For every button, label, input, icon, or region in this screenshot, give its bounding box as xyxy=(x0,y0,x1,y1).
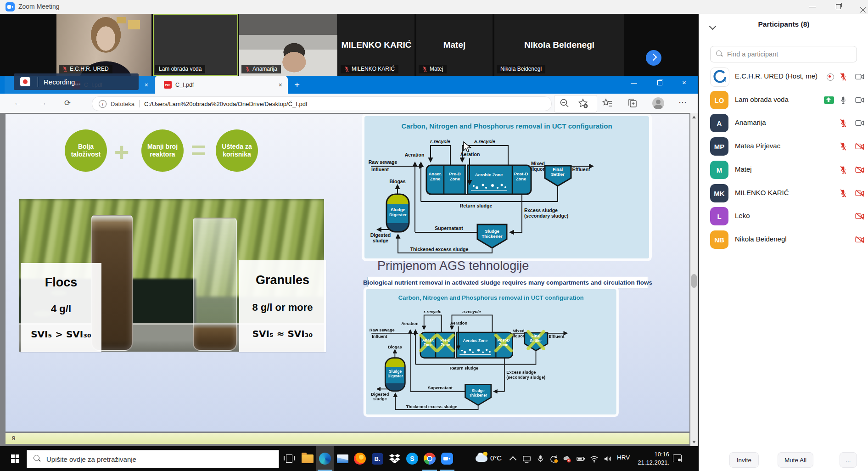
language-indicator[interactable]: HRV xyxy=(617,454,630,461)
participant-row[interactable]: MP Matea Pirjevac xyxy=(699,136,868,157)
video-tile-milenko[interactable]: MILENKO KARIĆ MILENKO KARIĆ xyxy=(338,14,414,76)
mic-tray-icon[interactable] xyxy=(536,454,545,463)
pdf-scrollbar[interactable] xyxy=(690,113,698,446)
avatar: MP xyxy=(710,137,728,156)
muted-mic-icon[interactable] xyxy=(839,189,848,197)
forward-button[interactable]: → xyxy=(39,98,47,107)
video-tile-anamarija[interactable]: Anamarija xyxy=(239,14,337,76)
camera-on-icon[interactable] xyxy=(855,73,864,81)
taskbar-mail[interactable] xyxy=(334,446,351,471)
scroll-down-arrow[interactable] xyxy=(692,441,696,443)
muted-mic-icon xyxy=(62,66,67,72)
battery-icon[interactable] xyxy=(577,454,585,463)
participant-row[interactable]: A Anamarija xyxy=(699,113,868,133)
camera-on-icon[interactable] xyxy=(855,119,864,127)
more-options-button[interactable]: ... xyxy=(840,452,857,468)
invite-button[interactable]: Invite xyxy=(729,452,759,468)
camera-off-icon[interactable] xyxy=(855,189,864,197)
camera-off-icon[interactable] xyxy=(855,212,864,220)
uct-label-digested-sludge: Digested sludge xyxy=(370,392,391,402)
participant-row[interactable]: MK MILENKO KARIĆ xyxy=(699,183,868,203)
taskbar-search[interactable] xyxy=(27,450,279,468)
tray-expand-icon[interactable] xyxy=(510,456,517,464)
action-center-icon[interactable] xyxy=(673,454,682,462)
profile-avatar[interactable] xyxy=(652,97,664,109)
video-tile-nikola[interactable]: Nikola Beidenegl Nikola Beidenegl xyxy=(494,14,624,76)
close-button[interactable] xyxy=(853,0,868,14)
uct-label-sludge-thickener: Sludge Thickener xyxy=(480,229,504,239)
address-url: C:/Users/Lam%20obrada%20voda/OneDrive/De… xyxy=(144,101,308,107)
taskbar-booking[interactable]: B. xyxy=(369,446,386,471)
task-view-button[interactable] xyxy=(281,446,299,471)
taskbar-search-input[interactable] xyxy=(45,450,268,468)
tab-close-icon[interactable]: × xyxy=(145,82,148,88)
uct-label-anaer-zone: Anaer. Zone xyxy=(425,172,446,181)
page-info-icon[interactable]: i xyxy=(99,100,106,108)
taskbar-zoom[interactable] xyxy=(438,446,456,471)
collections-icon[interactable] xyxy=(627,98,638,109)
flocs-label-box: Flocs 4 g/l SVI₅ > SVI₃₀ xyxy=(21,263,101,352)
cast-icon[interactable] xyxy=(522,454,531,463)
muted-mic-icon[interactable] xyxy=(839,166,848,174)
participant-row[interactable]: LO Lam obrada voda xyxy=(699,90,868,110)
video-tile-echr[interactable]: E.C.H.R. URED xyxy=(56,14,151,76)
refresh-button[interactable]: ⟳ xyxy=(64,98,71,108)
minimize-button[interactable] xyxy=(802,0,823,14)
taskbar-file-explorer[interactable] xyxy=(299,446,316,471)
zoom-titlebar: Zoom Meeting xyxy=(0,0,868,14)
scroll-up-arrow[interactable] xyxy=(692,116,696,118)
muted-mic-icon[interactable] xyxy=(839,73,848,81)
participant-row[interactable]: L Leko xyxy=(699,206,868,226)
scrollbar-thumb[interactable] xyxy=(691,274,697,288)
speaker-icon[interactable] xyxy=(603,454,612,463)
next-participants-button[interactable] xyxy=(646,50,661,66)
onedrive-error-icon[interactable] xyxy=(563,454,571,463)
camera-off-icon[interactable] xyxy=(855,236,864,244)
participant-row[interactable]: M Matej xyxy=(699,160,868,180)
taskbar-edge[interactable] xyxy=(316,446,334,471)
mute-all-button[interactable]: Mute All xyxy=(778,452,813,468)
favorites-bar-icon[interactable] xyxy=(602,98,613,109)
taskbar-chrome[interactable] xyxy=(421,446,438,471)
participant-row[interactable]: NB Nikola Beidenegl xyxy=(699,230,868,250)
wifi-icon[interactable] xyxy=(590,454,599,463)
taskbar-firefox[interactable] xyxy=(351,446,369,471)
participant-row[interactable]: E.C.H.R. URED (Host, me) xyxy=(699,67,868,87)
tab-pdf-active[interactable]: PDF Č_I.pdf × xyxy=(155,76,288,94)
uct-label-sludge-digester: Sludge Digester xyxy=(386,370,404,378)
mic-icon[interactable] xyxy=(839,96,848,104)
browser-minimize-button[interactable] xyxy=(624,76,645,90)
zoom-out-icon[interactable] xyxy=(559,98,570,109)
camera-off-icon[interactable] xyxy=(855,142,864,151)
avatar: NB xyxy=(710,230,728,249)
new-tab-button[interactable]: + xyxy=(291,79,303,91)
sync-icon[interactable] xyxy=(549,454,558,463)
search-input[interactable] xyxy=(726,46,852,62)
back-button[interactable]: ← xyxy=(14,98,22,107)
participant-name-label: Nikola Beidenegl xyxy=(497,65,545,73)
clock[interactable]: 10:16 21.12.2021. xyxy=(633,450,669,467)
avatar xyxy=(710,67,729,87)
browser-menu-icon[interactable]: ⋯ xyxy=(678,97,687,107)
benefit-circle-2: Manji broj reaktora xyxy=(141,129,184,172)
taskbar-skype[interactable]: S xyxy=(403,446,421,471)
uct-label-thickened-excess: Thickened excess sludge xyxy=(406,404,457,409)
camera-off-icon[interactable] xyxy=(855,166,864,174)
address-bar[interactable]: i Datoteka C:/Users/Lam%20obrada%20voda/… xyxy=(92,96,552,111)
tab-close-icon[interactable]: × xyxy=(279,82,282,88)
restore-button[interactable] xyxy=(828,0,849,14)
add-favorite-icon[interactable] xyxy=(577,98,588,109)
muted-mic-icon[interactable] xyxy=(839,142,848,151)
weather-icon[interactable] xyxy=(474,453,489,464)
taskbar-dropbox[interactable] xyxy=(386,446,403,471)
camera-on-icon[interactable] xyxy=(855,96,864,104)
video-tile-matej[interactable]: Matej Matej xyxy=(416,14,493,76)
browser-maximize-button[interactable] xyxy=(650,76,671,90)
browser-close-button[interactable]: × xyxy=(675,76,696,90)
participant-search[interactable] xyxy=(710,46,857,62)
uct-label-raw-sewage: Raw sewage xyxy=(370,328,395,332)
temperature[interactable]: 0°C xyxy=(490,454,502,462)
start-button[interactable] xyxy=(5,446,26,471)
muted-mic-icon[interactable] xyxy=(839,119,848,127)
video-tile-lam[interactable]: Lam obrada voda xyxy=(153,14,238,76)
